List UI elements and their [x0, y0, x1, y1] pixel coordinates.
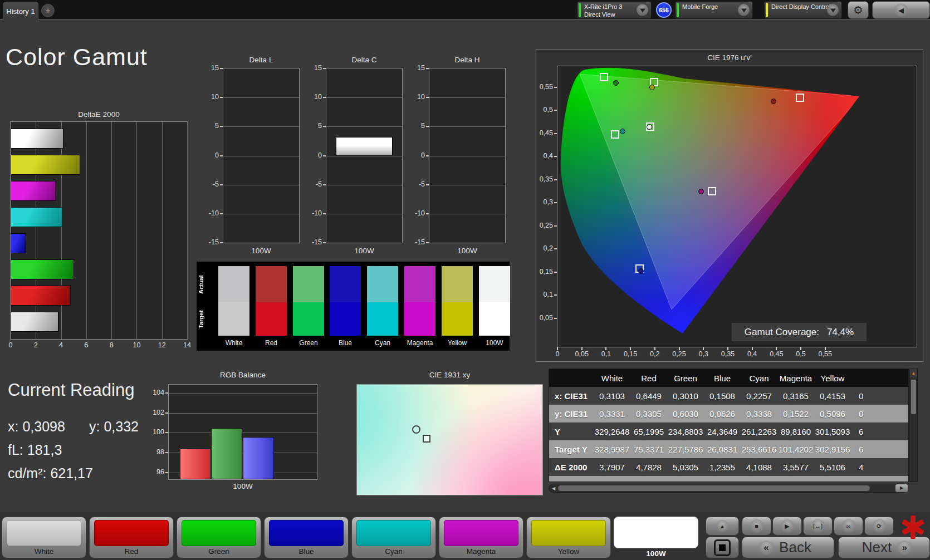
- source-selector[interactable]: Mobile Forge: [675, 1, 753, 19]
- swatch-target-cyan: [367, 302, 398, 336]
- chevron-down-icon[interactable]: [637, 4, 648, 16]
- swatch-target-white: [218, 302, 249, 336]
- pattern-button-blue[interactable]: Blue: [264, 517, 349, 558]
- scroll-right-icon[interactable]: ▶: [895, 484, 908, 492]
- rgb-ytick: 100: [146, 428, 164, 436]
- swatch-label: Cyan: [361, 339, 404, 347]
- deltae-bar-red: [11, 286, 71, 306]
- scroll-up-icon[interactable]: ▲: [910, 369, 917, 377]
- rgb-ytick: 98: [146, 448, 164, 456]
- deltae-chart-title: DeltaE 2000: [10, 110, 188, 119]
- refresh-button[interactable]: ⟳: [864, 517, 894, 536]
- step-button[interactable]: [↔]: [803, 517, 833, 536]
- table-horizontal-scrollbar[interactable]: ◀ ▶: [549, 484, 908, 493]
- meter-name: X-Rite i1Pro 3: [584, 3, 622, 10]
- display-control-name: Direct Display Control: [771, 3, 830, 10]
- deltae-xtick: 0: [4, 341, 17, 349]
- table-column-header: Cyan: [741, 374, 777, 383]
- swatch-actual-white: [218, 266, 249, 302]
- swatch-label: Green: [287, 339, 330, 347]
- delta-c-ytick: -5: [306, 180, 322, 188]
- table-column-header: Blue: [704, 374, 741, 383]
- cie1976-ytick: 0,45: [531, 129, 553, 137]
- cie1976-ytick: 0,55: [531, 83, 553, 91]
- table-column-header: Yellow: [814, 374, 851, 383]
- cie1976-ytick: 0,15: [531, 268, 553, 276]
- cie1976-xtick: 0,2: [644, 350, 666, 358]
- pattern-button-green[interactable]: Green: [177, 517, 261, 558]
- table-column-header: Red: [630, 374, 667, 383]
- delta-l-ytick: -5: [203, 180, 219, 188]
- calibration-app-window: History 1 + X-Rite i1Pro 3 Direct View 6…: [0, 0, 930, 560]
- delta-c-ytick: -10: [306, 209, 322, 217]
- swatch-target-green: [293, 302, 324, 336]
- cie1976-xtick: 0,3: [692, 350, 714, 358]
- next-button[interactable]: Next »: [838, 537, 930, 558]
- swatch-target-yellow: [442, 302, 473, 336]
- display-control-status-stripe: [766, 3, 768, 17]
- back-button[interactable]: « Back: [742, 537, 834, 558]
- delta-h-ytick: 0: [409, 151, 425, 159]
- rgb-ytick: 102: [146, 409, 164, 416]
- delta-h-chart: 151050-5-10-15: [429, 68, 506, 243]
- swatch-row-label-target: Target: [198, 303, 205, 336]
- measurement-table[interactable]: WhiteRedGreenBlueCyanMagentaYellowx: CIE…: [549, 369, 909, 482]
- swatch-actual-100w: [479, 266, 510, 302]
- pattern-button-red[interactable]: Red: [89, 517, 174, 558]
- chevron-down-ic on[interactable]: [738, 4, 750, 16]
- scroll-left-icon[interactable]: ◀: [549, 486, 558, 491]
- cie1976-target-green: [600, 73, 608, 81]
- cie1976-actual-magenta: [698, 189, 704, 194]
- settings-button[interactable]: ⚙: [848, 1, 869, 19]
- pattern-button-white[interactable]: White: [2, 517, 86, 558]
- rgb-bar-blue: [243, 437, 274, 480]
- collapse-panel-button[interactable]: ◀: [872, 1, 930, 19]
- table-row: ΔE ITP3,122041,720234,02006,640018,51212…: [549, 476, 908, 482]
- cie1976-panel: CIE 1976 u'v': [536, 49, 923, 362]
- display-control-selector[interactable]: Direct Display Control: [764, 1, 842, 19]
- reading-y: y: 0,332: [89, 419, 139, 435]
- vertical-scroll-thumb[interactable]: [911, 380, 916, 414]
- delta-l-ytick: 15: [203, 64, 219, 72]
- chevron-down-icon[interactable]: [827, 4, 839, 16]
- cie1976-target-red: [796, 94, 804, 102]
- pattern-up-button[interactable]: ▲: [706, 517, 739, 536]
- reading-fl: fL: 181,3: [8, 442, 62, 458]
- pattern-button-100w[interactable]: 100W: [614, 517, 698, 558]
- table-header-row: WhiteRedGreenBlueCyanMagentaYellow: [549, 369, 908, 387]
- deltae-xtick: 2: [29, 341, 42, 349]
- cie1976-ytick: 0,05: [531, 314, 553, 322]
- table-row: y: CIE310,33310,33050,60300,06260,33380,…: [549, 405, 908, 423]
- meter-selector[interactable]: X-Rite i1Pro 3 Direct View: [577, 1, 652, 19]
- horizontal-scroll-thumb[interactable]: [558, 485, 870, 491]
- table-vertical-scrollbar[interactable]: ▲: [909, 369, 918, 482]
- gamut-coverage-readout: Gamut Coverage: 74,4%: [732, 323, 867, 341]
- back-button-label: Back: [779, 539, 811, 556]
- cie1976-ytick: 0,35: [531, 175, 553, 183]
- cie1976-xtick: 0: [546, 350, 569, 358]
- swatch-label: White: [213, 339, 255, 347]
- delta-c-ytick: 5: [306, 122, 322, 130]
- cie1976-target-magenta: [708, 187, 716, 195]
- gamut-coverage-value: 74,4%: [827, 327, 854, 338]
- reading-x: x: 0,3098: [8, 419, 65, 435]
- table-column-header: Green: [667, 374, 704, 383]
- cie1976-xtick: 0,55: [814, 350, 836, 358]
- pattern-button-magenta[interactable]: Magenta: [439, 517, 523, 558]
- meter-count-badge[interactable]: 656: [656, 2, 672, 18]
- stop-pattern-button[interactable]: [706, 537, 739, 558]
- loop-infinite-button[interactable]: ∞: [834, 517, 863, 536]
- pattern-button-label: Green: [177, 547, 261, 556]
- pattern-button-cyan[interactable]: Cyan: [351, 517, 436, 558]
- rgb-ytick: 104: [146, 389, 164, 396]
- pattern-button-yellow[interactable]: Yellow: [526, 517, 611, 558]
- delta-l-ytick: -10: [203, 209, 219, 217]
- tab-history-1[interactable]: History 1: [3, 2, 38, 20]
- play-button[interactable]: ▶: [772, 517, 802, 536]
- stop-icon: [714, 539, 731, 556]
- cie1976-xtick: 0,1: [595, 350, 617, 358]
- pattern-button-label: 100W: [614, 549, 698, 558]
- stop-button[interactable]: ■: [742, 517, 771, 536]
- cie1976-xtick: 0,15: [619, 350, 642, 358]
- add-tab-button[interactable]: +: [41, 4, 55, 17]
